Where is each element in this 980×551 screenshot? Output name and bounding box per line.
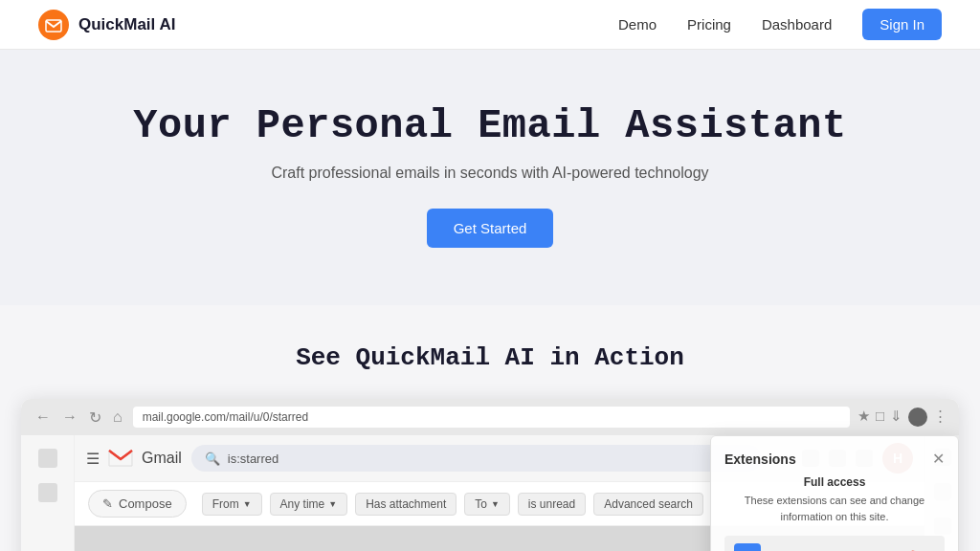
gmail-container: ☰ Gmail 🔍 is:starred ✕	[21, 435, 959, 551]
compose-button[interactable]: ✎ Compose	[88, 490, 187, 518]
filter-attachment-label: Has attachment	[366, 497, 446, 511]
navbar: QuickMail AI Demo Pricing Dashboard Sign…	[0, 0, 980, 50]
filter-to-label: To	[475, 497, 487, 511]
filter-from-arrow: ▼	[243, 499, 252, 509]
svg-point-0	[38, 10, 69, 40]
browser-forward-button: →	[59, 408, 80, 426]
gmail-search-text: is:starred	[228, 452, 278, 466]
extension-item-quickmail: Q QuickMail AI 📌 ⋮	[724, 536, 945, 551]
gmail-search-input[interactable]: 🔍 is:starred ✕	[191, 445, 762, 472]
filter-advanced-label: Advanced search	[604, 497, 693, 511]
filter-to-arrow: ▼	[491, 499, 500, 509]
extension-section-label: Full access	[724, 475, 945, 489]
demo-section: See QuickMail AI in Action ← → ↻ ⌂ mail.…	[0, 305, 980, 551]
browser-toolbar: ← → ↻ ⌂ mail.google.com/mail/u/0/starred…	[21, 399, 959, 435]
compose-label: Compose	[119, 496, 172, 511]
menu-icon: ⋮	[933, 408, 947, 427]
gmail-hamburger-icon: ☰	[86, 450, 100, 468]
filter-anytime-arrow: ▼	[328, 499, 337, 509]
avatar-icon	[908, 408, 927, 427]
gmail-search-icon: 🔍	[205, 452, 220, 466]
extension-popup-close[interactable]: ✕	[932, 450, 945, 468]
filter-unread-label: is unread	[528, 497, 575, 511]
browser-mockup: ← → ↻ ⌂ mail.google.com/mail/u/0/starred…	[21, 399, 959, 551]
filter-to[interactable]: To ▼	[464, 493, 510, 516]
browser-action-icons: ★ □ ⇓ ⋮	[858, 408, 947, 427]
filter-anytime-label: Any time	[280, 497, 325, 511]
extensions-icon: □	[876, 408, 884, 427]
filter-from[interactable]: From ▼	[202, 493, 262, 516]
nav-links: Demo Pricing Dashboard Sign In	[618, 9, 942, 40]
download-icon: ⇓	[890, 408, 902, 427]
logo-icon	[38, 10, 69, 40]
extension-item-icon: Q	[734, 543, 761, 551]
extension-section-text: These extensions can see and change info…	[724, 493, 945, 524]
browser-nav-buttons: ← → ↻ ⌂	[33, 408, 125, 427]
filter-attachment[interactable]: Has attachment	[355, 493, 457, 516]
logo: QuickMail AI	[38, 10, 175, 40]
sidebar-menu-icon	[38, 449, 57, 468]
get-started-button[interactable]: Get Started	[427, 209, 554, 248]
star-icon: ★	[858, 408, 870, 427]
browser-home-button: ⌂	[110, 408, 125, 426]
nav-link-dashboard[interactable]: Dashboard	[762, 16, 832, 33]
nav-logo-text: QuickMail AI	[78, 15, 175, 34]
browser-back-button: ←	[33, 408, 54, 426]
filter-advanced[interactable]: Advanced search	[593, 493, 703, 516]
nav-link-demo[interactable]: Demo	[618, 16, 657, 33]
hero-section: Your Personal Email Assistant Craft prof…	[0, 50, 980, 305]
gmail-logo-area: ☰ Gmail	[86, 449, 182, 468]
extension-popup-header: Extensions ✕	[724, 450, 945, 468]
compose-icon: ✎	[102, 496, 113, 511]
demo-title: See QuickMail AI in Action	[19, 343, 961, 372]
gmail-m-logo	[107, 449, 134, 468]
filter-unread[interactable]: is unread	[518, 493, 586, 516]
hero-subtitle: Craft professional emails in seconds wit…	[19, 165, 961, 182]
filter-from-label: From	[212, 497, 239, 511]
gmail-label: Gmail	[142, 450, 182, 467]
browser-reload-button: ↻	[86, 408, 104, 427]
nav-link-pricing[interactable]: Pricing	[687, 16, 731, 33]
hero-title: Your Personal Email Assistant	[19, 103, 961, 149]
extension-popup-title: Extensions	[724, 452, 796, 467]
extension-popup: Extensions ✕ Full access These extension…	[710, 435, 959, 551]
filter-anytime[interactable]: Any time ▼	[270, 493, 348, 516]
gmail-sidebar	[21, 435, 75, 551]
signin-button[interactable]: Sign In	[862, 9, 942, 40]
sidebar-nav-icon	[38, 483, 57, 502]
browser-url-bar: mail.google.com/mail/u/0/starred	[133, 407, 850, 428]
